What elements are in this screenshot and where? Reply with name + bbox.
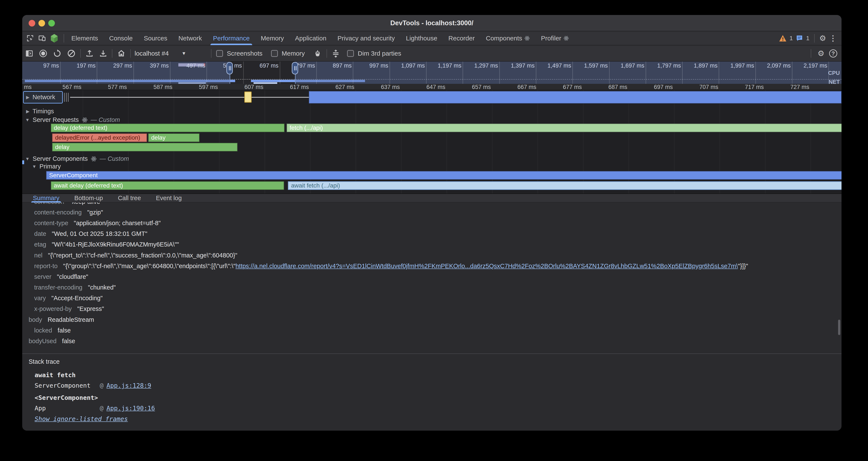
save-profile-icon[interactable] bbox=[99, 49, 107, 58]
tab-lighthouse[interactable]: Lighthouse bbox=[400, 31, 443, 45]
screenshots-checkbox[interactable]: Screenshots bbox=[216, 50, 262, 57]
scrollbar-thumb[interactable] bbox=[838, 320, 840, 335]
flame-bar-label: delay bbox=[151, 134, 165, 141]
track-server-components-header[interactable]: ▼ Server Components — Custom bbox=[25, 155, 129, 162]
timeline-ruler[interactable]: ms567 ms577 ms587 ms597 ms607 ms617 ms62… bbox=[22, 84, 841, 90]
overview-gridline bbox=[353, 62, 353, 84]
flame-bar[interactable]: fetch (.../api) bbox=[287, 123, 841, 132]
reload-record-icon[interactable] bbox=[53, 49, 62, 58]
collapse-arrow-icon[interactable]: ▼ bbox=[25, 156, 30, 162]
stack-frame: await fetch bbox=[35, 371, 75, 379]
collapse-arrow-icon[interactable]: ▼ bbox=[32, 164, 36, 169]
warning-icon[interactable] bbox=[779, 35, 786, 42]
collapse-arrow-icon[interactable]: ▼ bbox=[25, 117, 30, 122]
load-profile-icon[interactable] bbox=[86, 49, 94, 58]
tab-elements[interactable]: Elements bbox=[66, 31, 103, 45]
tab-recorder[interactable]: Recorder bbox=[443, 31, 480, 45]
kebab-menu-icon[interactable]: ⋮ bbox=[829, 34, 837, 42]
overview-gridline bbox=[646, 62, 646, 84]
network-request-bar[interactable] bbox=[309, 91, 841, 104]
memory-checkbox[interactable]: Memory bbox=[271, 50, 305, 57]
issues-count: 1 bbox=[806, 35, 809, 42]
ruler-tick-label: 617 ms bbox=[273, 84, 309, 90]
summary-details-pane[interactable]: connection"keep-alive"content-encoding"g… bbox=[22, 202, 841, 431]
track-server-requests-header[interactable]: ▼ Server Requests — Custom bbox=[25, 116, 120, 123]
stack-trace-title: Stack trace bbox=[29, 358, 60, 365]
flame-bar[interactable]: delay bbox=[148, 134, 199, 142]
capture-settings-gear-icon[interactable]: ⚙ bbox=[817, 50, 825, 57]
flame-bar[interactable]: delay (deferred text) bbox=[51, 123, 284, 132]
checkbox-box[interactable] bbox=[271, 50, 278, 57]
track-network[interactable]: ▶ Network bbox=[26, 94, 55, 101]
gem-icon[interactable] bbox=[50, 34, 59, 43]
detail-value: false bbox=[62, 338, 75, 345]
tab-privacy-and-security[interactable]: Privacy and security bbox=[332, 31, 400, 45]
detail-key: content-encoding bbox=[34, 209, 82, 216]
flame-bar[interactable]: delay bbox=[52, 143, 238, 151]
flame-chart-area[interactable]: ▶ Network ▶ Timings ▼ Server Requests — … bbox=[22, 90, 841, 194]
tab-performance[interactable]: Performance bbox=[207, 31, 255, 45]
server-components-group-primary[interactable]: ▼ Primary bbox=[32, 163, 61, 170]
home-icon[interactable] bbox=[117, 49, 126, 58]
network-request-block[interactable] bbox=[244, 91, 252, 103]
summary-tab-event-log[interactable]: Event log bbox=[155, 194, 183, 202]
react-atom-icon bbox=[563, 35, 569, 41]
flame-bar[interactable]: await delay (deferred text) bbox=[51, 181, 284, 190]
history-select[interactable]: localhost #4 ▼ bbox=[132, 49, 209, 58]
react-atom-icon bbox=[91, 156, 97, 162]
detail-row: transfer-encoding"chunked" bbox=[22, 282, 841, 293]
clear-icon[interactable] bbox=[67, 49, 75, 58]
inspect-element-icon[interactable] bbox=[26, 34, 34, 42]
tab-components[interactable]: Components bbox=[480, 31, 535, 45]
dim-3rd-parties-checkbox[interactable]: Dim 3rd parties bbox=[347, 50, 401, 57]
settings-gear-icon[interactable]: ⚙ bbox=[819, 34, 826, 42]
overview-gridline bbox=[536, 62, 536, 84]
frame-source-link[interactable]: App.js:190:16 bbox=[106, 405, 155, 412]
expand-arrow-icon[interactable]: ▶ bbox=[26, 95, 29, 100]
tab-application[interactable]: Application bbox=[289, 31, 332, 45]
tab-memory[interactable]: Memory bbox=[255, 31, 289, 45]
track-timings[interactable]: ▶ Timings bbox=[26, 108, 54, 115]
toggle-sidebar-icon[interactable] bbox=[25, 49, 33, 58]
overview-tick-label: 1,597 ms bbox=[574, 62, 608, 69]
collapse-sections-icon[interactable] bbox=[332, 49, 340, 58]
flame-bar[interactable]: await fetch (.../api) bbox=[288, 181, 841, 190]
selection-handle-right[interactable] bbox=[292, 62, 298, 75]
detail-row: content-encoding"gzip" bbox=[22, 207, 841, 218]
device-toolbar-icon[interactable] bbox=[38, 34, 46, 42]
summary-tab-bottom-up[interactable]: Bottom-up bbox=[73, 194, 104, 202]
ruler-tick-label: 637 ms bbox=[364, 84, 400, 90]
frame-source-link[interactable]: App.js:128:9 bbox=[106, 382, 151, 389]
expand-arrow-icon[interactable]: ▶ bbox=[26, 109, 29, 114]
timeline-overview[interactable]: 97 ms197 ms297 ms397 ms497 ms597 ms697 m… bbox=[22, 62, 841, 84]
selection-handle-left[interactable] bbox=[226, 62, 233, 75]
react-atom-icon bbox=[82, 117, 88, 123]
detail-value-part-link[interactable]: https://a.nel.cloudflare.com/report/v4?s… bbox=[236, 263, 738, 269]
flame-bar[interactable]: delayedError (...ayed exception) bbox=[52, 134, 147, 142]
summary-tab-summary[interactable]: Summary bbox=[32, 194, 60, 202]
summary-tab-call-tree[interactable]: Call tree bbox=[117, 194, 142, 202]
tab-sources[interactable]: Sources bbox=[138, 31, 173, 45]
tab-label: Lighthouse bbox=[406, 35, 437, 42]
checkbox-box[interactable] bbox=[347, 50, 354, 57]
flame-bar-label: delay (deferred text) bbox=[54, 124, 107, 131]
flame-bar-label: ServerComponent bbox=[49, 172, 98, 179]
show-ignore-listed-frames-link[interactable]: Show ignore-listed frames bbox=[35, 415, 128, 423]
flame-bar[interactable]: ServerComponent bbox=[46, 171, 841, 180]
issues-message-icon[interactable] bbox=[796, 35, 803, 42]
overview-gridline bbox=[572, 62, 573, 84]
tab-network[interactable]: Network bbox=[173, 31, 207, 45]
checkbox-box[interactable] bbox=[216, 50, 223, 57]
overview-gridline bbox=[682, 62, 683, 84]
track-drag-handle[interactable] bbox=[64, 93, 70, 102]
help-icon[interactable]: ? bbox=[829, 49, 837, 58]
screen: DevTools - localhost:3000/ ElementsConso… bbox=[0, 0, 868, 461]
overview-gridline bbox=[426, 62, 427, 84]
tab-console[interactable]: Console bbox=[103, 31, 138, 45]
tab-profiler[interactable]: Profiler bbox=[535, 31, 575, 45]
garbage-collect-icon[interactable] bbox=[313, 49, 322, 58]
bottom-pane-tab-bar: SummaryBottom-upCall treeEvent log bbox=[22, 194, 841, 202]
ruler-tick-label: 567 ms bbox=[45, 84, 82, 90]
record-icon[interactable] bbox=[39, 49, 48, 58]
ruler-tick-label: 657 ms bbox=[455, 84, 491, 90]
